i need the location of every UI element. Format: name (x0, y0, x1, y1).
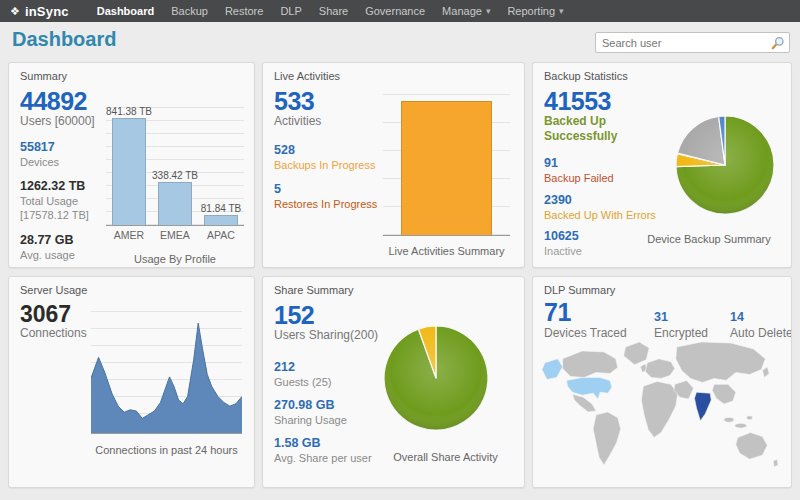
bar-column (383, 94, 510, 235)
bar: 841.38 TB (112, 118, 146, 225)
bar-plot: 841.38 TB338.42 TB81.84 TB (106, 107, 244, 226)
bar-column: 81.84 TB (198, 107, 244, 225)
bar (401, 101, 492, 235)
logo-text: inSync (25, 4, 69, 19)
pie-shading (384, 326, 488, 430)
map-region-europe (645, 359, 675, 379)
stat-backups-in-progress: 528 Backups In Progress (274, 143, 392, 172)
area-fill (91, 323, 242, 433)
chart-caption: Device Backup Summary (629, 233, 789, 245)
map-region-australia (736, 433, 767, 460)
share-activity-pie-chart (381, 323, 491, 433)
stat-never-backed-up: 1158 Never Backed Up (544, 265, 676, 268)
world-map (539, 335, 785, 477)
x-axis-label: APAC (198, 229, 244, 241)
map-region-southeast-asia (724, 417, 734, 422)
bar: 81.84 TB (204, 215, 238, 225)
stat-total-usage: 1262.32 TB Total Usage [17578.12 TB] (20, 179, 106, 223)
card-title: DLP Summary (544, 284, 615, 296)
chart-caption: Live Activities Summary (383, 245, 510, 257)
card-title: Summary (20, 70, 67, 82)
dashboard-grid: Summary 44892 Users [60000] 55817 Device… (8, 62, 792, 488)
card-title: Backup Statistics (544, 70, 628, 82)
page-title: Dashboard (12, 28, 116, 51)
caret-down-icon: ▾ (559, 6, 564, 16)
stat-restores-in-progress: 5 Restores In Progress (274, 182, 392, 211)
search-button[interactable] (767, 33, 789, 52)
map-region-russia-asia (676, 342, 766, 382)
nav-item-governance[interactable]: Governance (365, 5, 425, 17)
x-axis-labels: AMEREMEAAPAC (106, 229, 244, 241)
stat-backup-failed: 91 Backup Failed (544, 156, 676, 185)
card-dlp-summary: DLP Summary 71 Devices Traced 31 Encrypt… (532, 276, 792, 488)
stat-users: 44892 Users [60000] (20, 88, 106, 130)
live-activities-chart: Live Activities Summary (383, 94, 510, 257)
map-region-south-america (593, 412, 621, 465)
search-input[interactable] (596, 37, 767, 49)
bar: 338.42 TB (158, 182, 192, 225)
map-region-mexico (572, 394, 596, 412)
chart-caption: Overall Share Activity (367, 451, 524, 463)
map-region-alaska (542, 359, 563, 380)
stat-backed-up-with-errors: 2390 Backed Up With Errors (544, 193, 676, 222)
map-region-indonesia (735, 423, 747, 428)
stat-devices: 55817 Devices (20, 140, 106, 169)
x-axis-label: EMEA (152, 229, 198, 241)
page-header: Dashboard (0, 22, 800, 62)
bar-value-label: 841.38 TB (106, 106, 152, 117)
bar-column: 841.38 TB (106, 107, 152, 225)
device-backup-pie-chart (673, 113, 777, 217)
x-axis-label: AMER (106, 229, 152, 241)
card-server-usage: Server Usage 3067 Connections Connection… (8, 276, 255, 488)
map-region-japan (762, 367, 769, 378)
nav-item-dlp[interactable]: DLP (280, 5, 301, 17)
top-navbar: ❖ inSync Dashboard Backup Restore DLP Sh… (0, 0, 800, 22)
nav-item-backup[interactable]: Backup (171, 5, 208, 17)
stat-sharing-usage: 270.98 GB Sharing Usage (274, 398, 392, 427)
map-region-china (712, 384, 736, 404)
insync-logo[interactable]: ❖ inSync (10, 4, 69, 19)
bar-value-label: 338.42 TB (152, 170, 198, 181)
card-title: Live Activities (274, 70, 340, 82)
stat-users-sharing: 152 Users Sharing(200) (274, 302, 392, 344)
pie-shading (676, 116, 774, 214)
nav-item-manage[interactable]: Manage▾ (442, 5, 490, 17)
stat-backed-up-successfully: 41553 Backed Up Successfully (544, 88, 676, 144)
magnifier-icon (771, 36, 785, 50)
nav-item-restore[interactable]: Restore (225, 5, 264, 17)
map-region-canada (563, 351, 618, 378)
nav-item-share[interactable]: Share (319, 5, 348, 17)
bar-column: 338.42 TB (152, 107, 198, 225)
map-region-india (694, 392, 711, 421)
nav-menu: Dashboard Backup Restore DLP Share Gover… (97, 5, 564, 17)
map-region-greenland (624, 342, 650, 365)
stat-activities: 533 Activities (274, 88, 392, 130)
bar-value-label: 81.84 TB (201, 203, 241, 214)
bar-plot (383, 94, 510, 236)
chart-caption: Connections in past 24 hours (91, 444, 242, 456)
card-title: Share Summary (274, 284, 353, 296)
connections-area-chart: Connections in past 24 hours (91, 311, 242, 456)
card-backup-statistics: Backup Statistics 41553 Backed Up Succes… (532, 62, 792, 268)
stat-guests: 212 Guests (25) (274, 360, 392, 389)
stat-connections: 3067 Connections (20, 302, 87, 342)
nav-item-dashboard[interactable]: Dashboard (97, 5, 154, 17)
caret-down-icon: ▾ (486, 6, 491, 16)
map-region-philippines (747, 416, 753, 420)
card-live-activities: Live Activities 533 Activities 528 Backu… (262, 62, 525, 268)
diamond-logo-icon: ❖ (10, 6, 20, 17)
card-summary: Summary 44892 Users [60000] 55817 Device… (8, 62, 255, 268)
card-share-summary: Share Summary 152 Users Sharing(200) 212… (262, 276, 525, 488)
area-plot (91, 311, 242, 434)
usage-by-profile-chart: 841.38 TB338.42 TB81.84 TB AMEREMEAAPAC … (106, 107, 244, 265)
nav-item-reporting[interactable]: Reporting▾ (507, 5, 563, 17)
user-search-box (595, 32, 790, 53)
stat-avg-usage: 28.77 GB Avg. usage per user (20, 233, 106, 268)
card-title: Server Usage (20, 284, 87, 296)
map-region-new-zealand (773, 459, 778, 467)
map-region-africa (641, 381, 677, 437)
chart-caption: Usage By Profile (106, 253, 244, 265)
